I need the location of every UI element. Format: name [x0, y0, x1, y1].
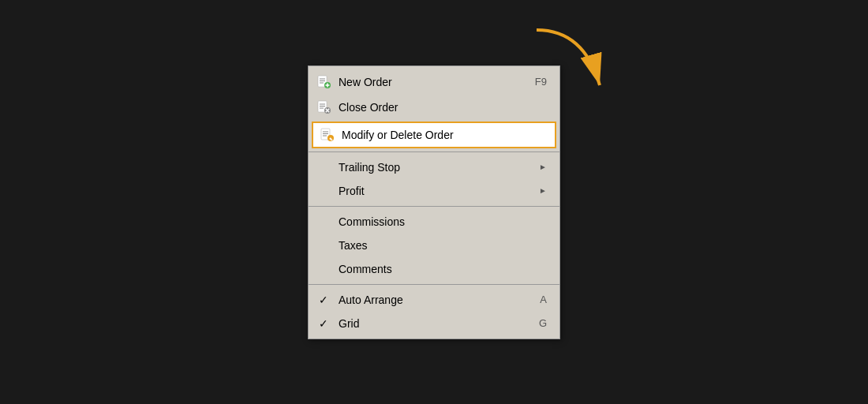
separator-1	[309, 152, 559, 152]
svg-text:✎: ✎	[329, 137, 333, 141]
grid-label: Grid	[339, 317, 515, 330]
menu-item-commissions[interactable]: Commissions	[309, 210, 559, 234]
profit-submenu-arrow: ►	[539, 186, 547, 195]
new-order-shortcut: F9	[535, 76, 547, 88]
modify-order-icon: ✎	[318, 126, 335, 144]
grid-shortcut: G	[539, 317, 547, 329]
menu-item-profit[interactable]: Profit ►	[309, 179, 559, 203]
trailing-stop-submenu-arrow: ►	[539, 163, 547, 171]
new-order-label: New Order	[339, 76, 511, 88]
auto-arrange-label: Auto Arrange	[339, 294, 516, 306]
new-order-icon	[315, 73, 332, 91]
menu-item-auto-arrange[interactable]: ✓ Auto Arrange A	[309, 288, 559, 312]
menu-item-trailing-stop[interactable]: Trailing Stop ►	[309, 155, 559, 179]
separator-3	[309, 284, 559, 285]
trailing-stop-label: Trailing Stop	[339, 161, 533, 174]
menu-item-modify-delete[interactable]: ✎ Modify or Delete Order	[312, 122, 556, 148]
menu-item-grid[interactable]: ✓ Grid G	[309, 312, 559, 335]
menu-item-taxes[interactable]: Taxes	[309, 234, 559, 257]
context-menu: New Order F9 Close Order	[308, 65, 560, 339]
comments-label: Comments	[339, 263, 547, 275]
context-menu-wrapper: New Order F9 Close Order	[308, 65, 560, 339]
menu-item-new-order[interactable]: New Order F9	[309, 69, 559, 95]
modify-delete-label: Modify or Delete Order	[342, 129, 544, 141]
auto-arrange-check: ✓	[315, 294, 332, 306]
taxes-label: Taxes	[339, 239, 547, 252]
auto-arrange-shortcut: A	[540, 294, 547, 305]
grid-check: ✓	[315, 317, 332, 330]
profit-label: Profit	[339, 185, 533, 197]
menu-item-close-order[interactable]: Close Order	[309, 95, 559, 120]
menu-item-comments[interactable]: Comments	[309, 257, 559, 281]
close-order-label: Close Order	[339, 101, 547, 114]
separator-2	[309, 206, 559, 207]
commissions-label: Commissions	[339, 215, 547, 228]
close-order-icon	[315, 99, 332, 116]
